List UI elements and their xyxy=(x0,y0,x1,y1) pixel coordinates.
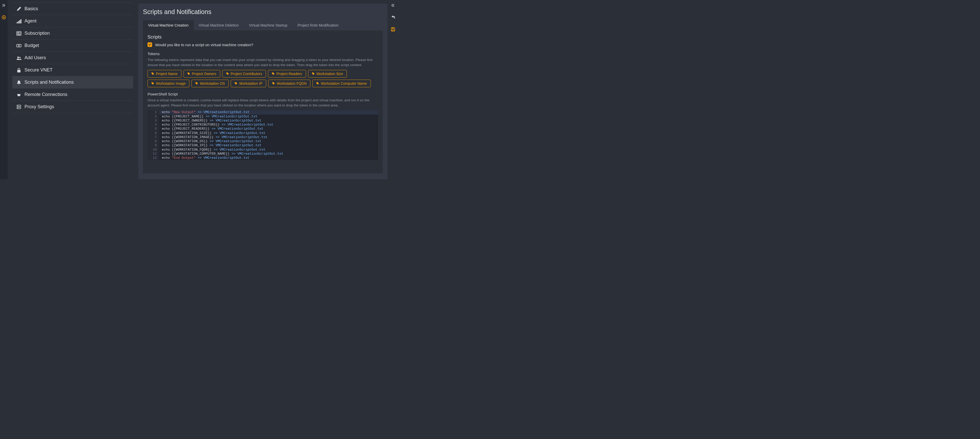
token-workstation-size[interactable]: Workstation Size xyxy=(308,70,347,78)
token-project-contributors[interactable]: Project Contributors xyxy=(222,70,266,78)
sidebar-item-label: Subscription xyxy=(24,31,50,36)
code-line[interactable]: 3echo {{PROJECT_OWNERS}} >> VMCreationSc… xyxy=(148,119,378,123)
code-content[interactable]: echo {{WORKSTATION_FQDN}} >> VMCreationS… xyxy=(159,148,266,152)
tag-icon xyxy=(272,82,275,85)
sidebar-item-remote-connections[interactable]: Remote Connections xyxy=(12,89,133,101)
code-content[interactable]: echo {{WORKSTATION_IMAGE}} >> VMCreation… xyxy=(159,135,267,139)
tab-body: Scripts Would you like to run a script o… xyxy=(143,30,383,173)
line-number: 8 xyxy=(148,139,159,143)
token-label: Workstation Size xyxy=(317,72,343,76)
chart-steps-icon xyxy=(16,19,21,24)
sidebar-item-label: Basics xyxy=(24,6,38,11)
pencil-icon xyxy=(16,6,21,11)
code-line[interactable]: 12echo "End Output" >> VMCreationScriptO… xyxy=(148,156,378,160)
page-title: Scripts and Notifications xyxy=(143,8,383,16)
tab-virtual-machine-creation[interactable]: Virtual Machine Creation xyxy=(143,20,194,30)
token-project-name[interactable]: Project Name xyxy=(148,70,181,78)
tag-icon xyxy=(195,82,198,85)
server-icon xyxy=(16,104,21,110)
tag-icon xyxy=(151,82,154,85)
sidebar-item-subscription[interactable]: Subscription xyxy=(12,27,133,40)
tabs: Virtual Machine CreationVirtual Machine … xyxy=(143,20,383,30)
run-script-checkbox-label: Would you like to run a script on virtua… xyxy=(155,43,253,47)
code-line[interactable]: 7echo {{WORKSTATION_IMAGE}} >> VMCreatio… xyxy=(148,135,378,139)
sidebar-item-agent[interactable]: Agent xyxy=(12,15,133,27)
line-number: 3 xyxy=(148,119,159,123)
code-content[interactable]: echo {{WORKSTATION_IP}} >> VMCreationScr… xyxy=(159,143,261,148)
token-label: Workstation Image xyxy=(156,81,186,86)
line-number: 9 xyxy=(148,143,159,148)
token-label: Project Owners xyxy=(192,72,216,76)
bell-icon xyxy=(16,80,21,85)
tokens-help-text: The following tokens represent data that… xyxy=(148,57,378,67)
tokens-heading: Tokens xyxy=(148,52,378,56)
code-content[interactable]: echo {{PROJECT_NAME}} >> VMCreationScrip… xyxy=(159,115,258,119)
code-content[interactable]: echo {{PROJECT_CONTRIBUTORS}} >> VMCreat… xyxy=(159,123,273,127)
code-line[interactable]: 6echo {{WORKSTATION_SIZE}} >> VMCreation… xyxy=(148,131,378,135)
code-line[interactable]: 5echo {{PROJECT_READERS}} >> VMCreationS… xyxy=(148,127,378,131)
tab-virtual-machine-startup[interactable]: Virtual Machine Startup xyxy=(244,20,292,30)
token-label: Project Name xyxy=(156,72,178,76)
code-content[interactable]: echo "End Output" >> VMCreationScriptOut… xyxy=(159,156,249,160)
token-project-owners[interactable]: Project Owners xyxy=(183,70,220,78)
token-project-readers[interactable]: Project Readers xyxy=(268,70,306,78)
sidebar-item-label: Add Users xyxy=(24,55,46,60)
code-line[interactable]: 11echo {{WORKSTATION_COMPUTER_NAME}} >> … xyxy=(148,152,378,156)
powershell-help-text: Once a virtual machine is created, Loome… xyxy=(148,98,378,108)
line-number: 4 xyxy=(148,123,159,127)
code-line[interactable]: 4echo {{PROJECT_CONTRIBUTORS}} >> VMCrea… xyxy=(148,123,378,127)
sidebar-item-scripts-and-notifications[interactable]: Scripts and Notifications xyxy=(12,76,133,89)
token-workstation-fqdn[interactable]: Workstation FQDN xyxy=(268,80,310,87)
undo-icon[interactable] xyxy=(391,15,395,19)
scripts-heading: Scripts xyxy=(148,35,378,40)
code-line[interactable]: 9echo {{WORKSTATION_IP}} >> VMCreationSc… xyxy=(148,143,378,148)
sidebar-item-label: Agent xyxy=(24,18,37,24)
sidebar-item-proxy-settings[interactable]: Proxy Settings xyxy=(12,101,133,113)
tag-icon xyxy=(272,72,275,75)
code-line[interactable]: 10echo {{WORKSTATION_FQDN}} >> VMCreatio… xyxy=(148,148,378,152)
sidebar-item-label: Proxy Settings xyxy=(24,104,54,110)
token-workstation-ip[interactable]: Workstation IP xyxy=(231,80,266,87)
sidebar-nav: BasicsAgentSubscriptionBudgetAdd UsersSe… xyxy=(8,0,138,179)
script-editor[interactable]: 1echo "New Output" >> VMCreationScriptOu… xyxy=(148,110,378,160)
run-script-checkbox-row[interactable]: Would you like to run a script on virtua… xyxy=(148,42,378,47)
powershell-heading: PowerShell Script xyxy=(148,92,378,96)
run-script-checkbox[interactable] xyxy=(148,42,152,47)
code-content[interactable]: echo {{WORKSTATION_OS}} >> VMCreationScr… xyxy=(159,139,261,143)
sidebar-item-basics[interactable]: Basics xyxy=(12,3,133,15)
main-panel: Scripts and Notifications Virtual Machin… xyxy=(138,3,387,179)
tag-icon xyxy=(234,82,238,85)
line-number: 5 xyxy=(148,127,159,131)
code-content[interactable]: echo {{WORKSTATION_SIZE}} >> VMCreationS… xyxy=(159,131,266,135)
code-content[interactable]: echo "New Output" >> VMCreationScriptOut… xyxy=(159,110,249,115)
sidebar-item-label: Scripts and Notifications xyxy=(24,80,74,85)
line-number: 11 xyxy=(148,152,159,156)
token-workstation-computer-name[interactable]: Workstation Computer Name xyxy=(312,80,371,87)
code-content[interactable]: echo {{PROJECT_OWNERS}} >> VMCreationScr… xyxy=(159,119,261,123)
collapse-right-icon[interactable] xyxy=(391,3,395,7)
code-content[interactable]: echo {{PROJECT_READERS}} >> VMCreationSc… xyxy=(159,127,263,131)
add-circle-icon[interactable] xyxy=(2,15,6,19)
sidebar-item-secure-vnet[interactable]: Secure VNET xyxy=(12,64,133,76)
token-workstation-image[interactable]: Workstation Image xyxy=(148,80,189,87)
left-rail xyxy=(0,0,8,179)
sidebar-item-add-users[interactable]: Add Users xyxy=(12,52,133,64)
token-label: Project Contributors xyxy=(231,72,262,76)
money-bill-icon xyxy=(16,43,21,48)
expand-left-icon[interactable] xyxy=(2,3,6,8)
token-label: Workstation IP xyxy=(239,81,262,86)
users-icon xyxy=(16,56,21,60)
code-line[interactable]: 8echo {{WORKSTATION_OS}} >> VMCreationSc… xyxy=(148,139,378,143)
save-icon[interactable] xyxy=(391,27,395,32)
code-content[interactable]: echo {{WORKSTATION_COMPUTER_NAME}} >> VM… xyxy=(159,152,283,156)
tag-icon xyxy=(226,72,229,75)
tab-virtual-machine-deletion[interactable]: Virtual Machine Deletion xyxy=(194,20,244,30)
sidebar-item-budget[interactable]: Budget xyxy=(12,40,133,52)
tab-project-role-modification[interactable]: Project Role Modification xyxy=(293,20,344,30)
token-list: Project NameProject OwnersProject Contri… xyxy=(148,70,378,87)
code-line[interactable]: 2echo {{PROJECT_NAME}} >> VMCreationScri… xyxy=(148,115,378,119)
newspaper-icon xyxy=(16,31,21,36)
token-workstation-os[interactable]: Workstation OS xyxy=(191,80,229,87)
tag-icon xyxy=(312,72,315,75)
code-line[interactable]: 1echo "New Output" >> VMCreationScriptOu… xyxy=(148,110,378,115)
